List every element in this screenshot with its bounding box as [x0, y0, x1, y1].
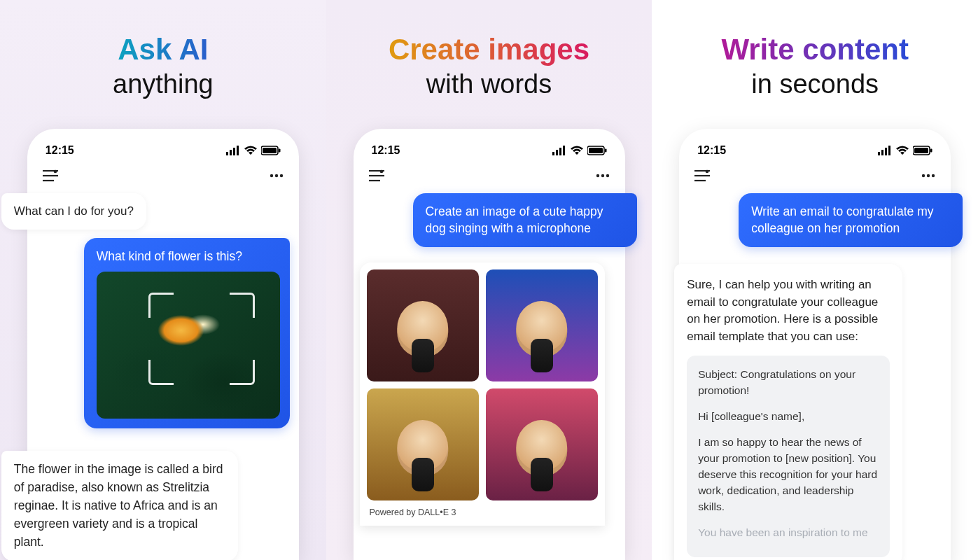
svg-rect-5: [263, 148, 277, 153]
wifi-icon: [896, 146, 909, 155]
image-grid: [367, 270, 598, 500]
panel-heading: Create images with words: [389, 34, 589, 101]
ai-message: What can I do for you?: [1, 193, 146, 230]
email-subject: Subject: Congratulations on your promoti…: [698, 367, 879, 399]
panel-heading: Ask AI anything: [113, 34, 214, 101]
scan-corner: [148, 360, 174, 385]
svg-rect-34: [930, 148, 932, 152]
chat-thread: What can I do for you? What kind of flow…: [39, 193, 288, 560]
svg-point-27: [606, 174, 608, 177]
more-icon[interactable]: [921, 174, 935, 178]
status-time: 12:15: [697, 144, 726, 157]
svg-point-10: [54, 169, 57, 173]
signal-icon: [226, 146, 240, 155]
status-icons: [226, 146, 281, 155]
powered-by-label: Powered by DALL•E 3: [367, 500, 598, 517]
svg-rect-19: [589, 148, 603, 153]
battery-icon: [261, 146, 281, 155]
generated-images-card: Powered by DALL•E 3: [360, 262, 605, 526]
feature-panel-write-content: Write content in seconds 12:15 Write an …: [652, 0, 978, 560]
svg-rect-16: [559, 148, 561, 155]
svg-rect-15: [556, 150, 558, 155]
svg-rect-6: [279, 148, 281, 152]
status-time: 12:15: [46, 144, 74, 157]
svg-rect-1: [230, 150, 232, 155]
status-icons: [878, 146, 932, 155]
email-greeting: Hi [colleague's name],: [698, 409, 879, 425]
svg-point-12: [275, 174, 278, 177]
user-message: Write an email to congratulate my collea…: [739, 193, 963, 247]
svg-rect-14: [552, 152, 554, 155]
svg-point-25: [596, 174, 599, 177]
more-icon[interactable]: [596, 174, 610, 178]
email-template: Subject: Congratulations on your promoti…: [687, 356, 890, 557]
status-bar: 12:15: [365, 141, 614, 162]
status-bar: 12:15: [690, 141, 939, 162]
user-message-text: What kind of flower is this?: [97, 249, 242, 263]
generated-image[interactable]: [486, 270, 598, 382]
ai-answer: The flower in the image is called a bird…: [1, 451, 238, 560]
menu-icon[interactable]: [43, 169, 58, 182]
status-time: 12:15: [372, 144, 400, 157]
scan-corner: [230, 293, 255, 318]
status-bar: 12:15: [39, 141, 288, 162]
user-message: What kind of flower is this?: [84, 238, 290, 429]
menu-icon[interactable]: [694, 169, 710, 182]
svg-point-38: [706, 169, 709, 173]
app-bar: [690, 162, 939, 193]
svg-point-41: [932, 174, 935, 177]
phone-mockup: 12:15 What can I do for you? What kind o…: [27, 129, 299, 560]
panel-heading: Write content in seconds: [721, 34, 909, 101]
status-icons: [552, 146, 607, 155]
battery-icon: [587, 146, 607, 155]
svg-rect-29: [881, 150, 883, 155]
heading-top: Ask AI: [113, 34, 214, 66]
phone-mockup: 12:15 Write an email to congratulate my …: [679, 129, 951, 560]
wifi-icon: [244, 146, 257, 155]
svg-point-26: [601, 174, 603, 177]
signal-icon: [552, 146, 566, 155]
svg-rect-0: [226, 152, 228, 155]
ai-message: Sure, I can help you with writing an ema…: [674, 264, 902, 560]
svg-rect-30: [885, 148, 887, 155]
heading-bottom: in seconds: [721, 69, 909, 101]
feature-panel-create-images: Create images with words 12:15 Create an…: [326, 0, 652, 560]
chat-thread: Write an email to congratulate my collea…: [690, 193, 939, 560]
svg-rect-3: [237, 146, 239, 155]
signal-icon: [878, 146, 892, 155]
battery-icon: [913, 146, 932, 155]
heading-bottom: anything: [113, 69, 214, 101]
scan-corner: [148, 293, 174, 318]
app-bar: [39, 162, 288, 193]
chat-thread: Create an image of a cute happy dog sing…: [365, 193, 614, 526]
svg-rect-33: [914, 148, 928, 153]
heading-top: Write content: [721, 34, 909, 66]
svg-point-40: [927, 174, 930, 177]
generated-image[interactable]: [367, 270, 479, 382]
svg-point-11: [270, 174, 273, 177]
wifi-icon: [571, 146, 583, 155]
generated-image[interactable]: [367, 388, 479, 500]
ai-reply-text: Sure, I can help you with writing an ema…: [687, 278, 878, 343]
menu-icon[interactable]: [369, 169, 384, 182]
generated-image[interactable]: [486, 388, 598, 500]
heading-top: Create images: [389, 34, 589, 66]
email-body-faded: You have been an inspiration to me: [698, 525, 879, 541]
svg-rect-31: [888, 146, 890, 155]
svg-rect-20: [605, 148, 607, 152]
attached-image[interactable]: [97, 272, 280, 419]
svg-point-13: [280, 174, 283, 177]
svg-point-24: [379, 169, 383, 173]
svg-rect-2: [233, 148, 235, 155]
phone-mockup: 12:15 Create an image of a cute happy do…: [354, 129, 625, 560]
user-message: Create an image of a cute happy dog sing…: [413, 193, 637, 247]
scan-corner: [230, 360, 255, 385]
svg-point-39: [922, 174, 925, 177]
app-bar: [365, 162, 614, 193]
svg-rect-28: [878, 152, 880, 155]
heading-bottom: with words: [389, 69, 589, 101]
more-icon[interactable]: [270, 174, 284, 178]
svg-rect-17: [563, 146, 565, 155]
feature-panel-ask-ai: Ask AI anything 12:15 What can I do for …: [0, 0, 326, 560]
email-body: I am so happy to hear the news of your p…: [698, 435, 879, 515]
